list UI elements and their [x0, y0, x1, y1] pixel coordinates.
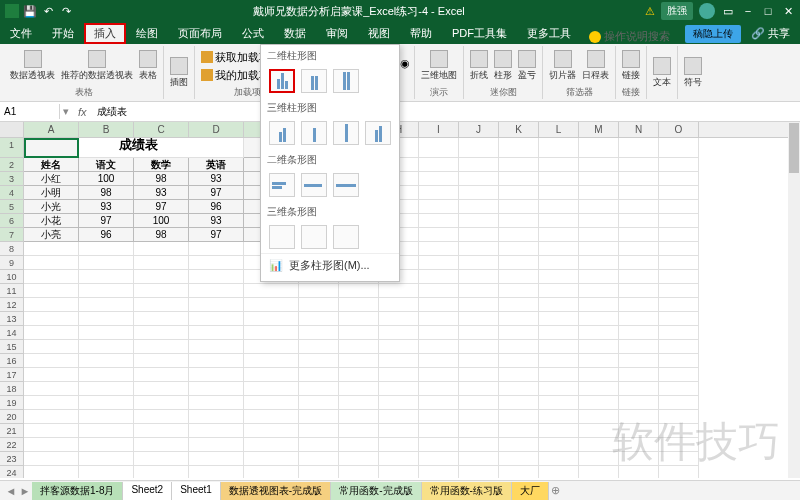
cell[interactable] — [419, 242, 459, 256]
cell[interactable] — [539, 158, 579, 172]
formula-input[interactable]: 成绩表 — [93, 103, 800, 121]
cell[interactable] — [134, 312, 189, 326]
cell[interactable] — [659, 172, 699, 186]
cell[interactable] — [339, 368, 379, 382]
row-header[interactable]: 20 — [0, 410, 24, 424]
recommended-pivot-button[interactable]: 推荐的数据透视表 — [59, 48, 135, 84]
cell[interactable] — [419, 396, 459, 410]
100-stacked-bar-option[interactable] — [333, 173, 359, 197]
row-header[interactable]: 3 — [0, 172, 24, 186]
pie-chart-button[interactable]: ◉ — [400, 57, 410, 74]
cell[interactable] — [499, 298, 539, 312]
sheet-tab[interactable]: 拌客源数据1-8月 — [32, 482, 123, 500]
cell[interactable]: 97 — [134, 200, 189, 214]
cell[interactable] — [499, 382, 539, 396]
row-header[interactable]: 6 — [0, 214, 24, 228]
cell[interactable] — [579, 158, 619, 172]
cell[interactable] — [299, 354, 339, 368]
cell[interactable] — [189, 410, 244, 424]
cell[interactable] — [499, 228, 539, 242]
cell[interactable] — [24, 354, 79, 368]
pivot-table-button[interactable]: 数据透视表 — [8, 48, 57, 84]
cell[interactable] — [499, 256, 539, 270]
cell[interactable] — [619, 298, 659, 312]
cell[interactable] — [619, 200, 659, 214]
cell[interactable] — [619, 284, 659, 298]
cell[interactable] — [499, 368, 539, 382]
cell[interactable] — [24, 424, 79, 438]
sheet-tab[interactable]: Sheet1 — [172, 482, 221, 500]
cell[interactable] — [299, 438, 339, 452]
cell[interactable] — [659, 284, 699, 298]
cell[interactable] — [134, 466, 189, 478]
cell[interactable] — [659, 382, 699, 396]
cell[interactable] — [189, 270, 244, 284]
cell[interactable] — [499, 270, 539, 284]
vertical-scrollbar[interactable] — [788, 122, 800, 478]
cell[interactable] — [379, 326, 419, 340]
row-header[interactable]: 4 — [0, 186, 24, 200]
tab-review[interactable]: 审阅 — [316, 23, 358, 44]
cell[interactable] — [539, 138, 579, 158]
sheet-tab[interactable]: 数据透视图表-完成版 — [221, 482, 331, 500]
cell[interactable] — [459, 354, 499, 368]
cell[interactable] — [539, 242, 579, 256]
cell[interactable] — [579, 298, 619, 312]
stacked-bar-option[interactable] — [301, 173, 327, 197]
100-stacked-column-option[interactable] — [333, 69, 359, 93]
cell[interactable] — [619, 340, 659, 354]
cell[interactable] — [579, 382, 619, 396]
cell[interactable] — [79, 452, 134, 466]
clustered-bar-option[interactable] — [269, 173, 295, 197]
cell[interactable] — [79, 312, 134, 326]
cell[interactable] — [579, 424, 619, 438]
column-header[interactable]: L — [539, 122, 579, 137]
cell[interactable] — [419, 368, 459, 382]
cell[interactable] — [24, 242, 79, 256]
cell[interactable] — [419, 340, 459, 354]
cell[interactable] — [79, 354, 134, 368]
sheet-tab[interactable]: 大厂 — [512, 482, 549, 500]
share-button[interactable]: 🔗 共享 — [741, 23, 800, 44]
close-icon[interactable]: ✕ — [781, 4, 795, 18]
cell[interactable] — [619, 270, 659, 284]
cell[interactable]: 小亮 — [24, 228, 79, 242]
cell[interactable] — [419, 228, 459, 242]
cell[interactable] — [419, 410, 459, 424]
cell[interactable] — [79, 340, 134, 354]
cell[interactable] — [379, 312, 419, 326]
cell[interactable]: 98 — [79, 186, 134, 200]
cell[interactable] — [459, 340, 499, 354]
cell[interactable] — [379, 410, 419, 424]
cell[interactable] — [419, 382, 459, 396]
cell[interactable] — [539, 368, 579, 382]
cell[interactable] — [189, 242, 244, 256]
3d-map-button[interactable]: 三维地图 — [419, 48, 459, 84]
tab-insert[interactable]: 插入 — [84, 23, 126, 44]
cell[interactable] — [499, 158, 539, 172]
cell[interactable] — [24, 396, 79, 410]
new-sheet-button[interactable]: ⊕ — [549, 484, 563, 497]
row-header[interactable]: 21 — [0, 424, 24, 438]
cell[interactable] — [189, 466, 244, 478]
cell[interactable] — [419, 354, 459, 368]
cell[interactable] — [659, 410, 699, 424]
cell[interactable] — [619, 256, 659, 270]
cell[interactable] — [659, 158, 699, 172]
cell[interactable]: 姓名 — [24, 158, 79, 172]
cell[interactable] — [659, 200, 699, 214]
cell[interactable] — [339, 312, 379, 326]
cell[interactable] — [419, 438, 459, 452]
cell[interactable]: 小红 — [24, 172, 79, 186]
cell[interactable] — [134, 242, 189, 256]
cell[interactable] — [24, 368, 79, 382]
cell[interactable] — [539, 256, 579, 270]
cell[interactable]: 100 — [134, 214, 189, 228]
cell[interactable] — [539, 270, 579, 284]
cell[interactable] — [459, 424, 499, 438]
cell[interactable] — [419, 172, 459, 186]
cell[interactable] — [419, 270, 459, 284]
cell[interactable] — [189, 326, 244, 340]
cell[interactable] — [579, 368, 619, 382]
cell[interactable] — [659, 312, 699, 326]
